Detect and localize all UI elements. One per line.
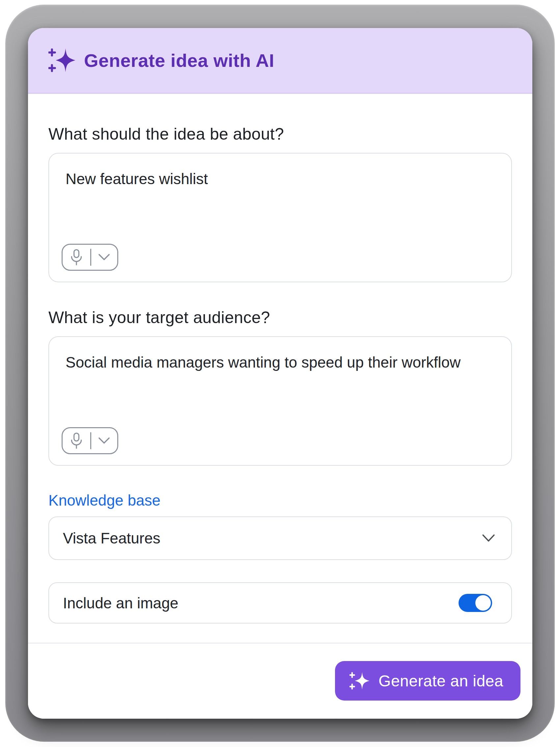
audience-textarea[interactable]: Social media managers wanting to speed u… (49, 337, 511, 465)
idea-field-container: New features wishlist (48, 153, 512, 282)
include-image-label: Include an image (63, 594, 178, 612)
generate-idea-modal: Generate idea with AI What should the id… (28, 28, 532, 719)
sparkle-icon (48, 47, 76, 73)
include-image-row: Include an image (48, 582, 512, 623)
modal-title: Generate idea with AI (84, 50, 274, 71)
knowledge-base-select[interactable]: Vista Features (48, 516, 512, 560)
chevron-down-icon (98, 253, 111, 261)
idea-question-label: What should the idea be about? (48, 125, 512, 144)
modal-body: What should the idea be about? New featu… (28, 94, 532, 643)
generate-button-label: Generate an idea (379, 672, 503, 690)
modal-footer: Generate an idea (28, 643, 532, 719)
audience-question-label: What is your target audience? (48, 308, 512, 327)
mic-divider (90, 249, 91, 266)
toggle-knob (475, 595, 491, 611)
sparkle-icon (350, 671, 370, 691)
mic-divider (90, 432, 91, 449)
modal-header: Generate idea with AI (28, 28, 532, 94)
chevron-down-icon (98, 436, 111, 445)
audience-field-container: Social media managers wanting to speed u… (48, 336, 512, 466)
include-image-toggle[interactable] (459, 594, 492, 612)
microphone-icon (69, 249, 84, 266)
idea-textarea[interactable]: New features wishlist (49, 153, 511, 282)
knowledge-base-link[interactable]: Knowledge base (48, 491, 160, 509)
generate-idea-button[interactable]: Generate an idea (335, 661, 520, 700)
audience-mic-button[interactable] (61, 427, 118, 454)
knowledge-base-selected-value: Vista Features (63, 529, 160, 547)
chevron-down-icon (482, 534, 495, 543)
idea-mic-button[interactable] (61, 244, 118, 271)
microphone-icon (69, 432, 84, 449)
